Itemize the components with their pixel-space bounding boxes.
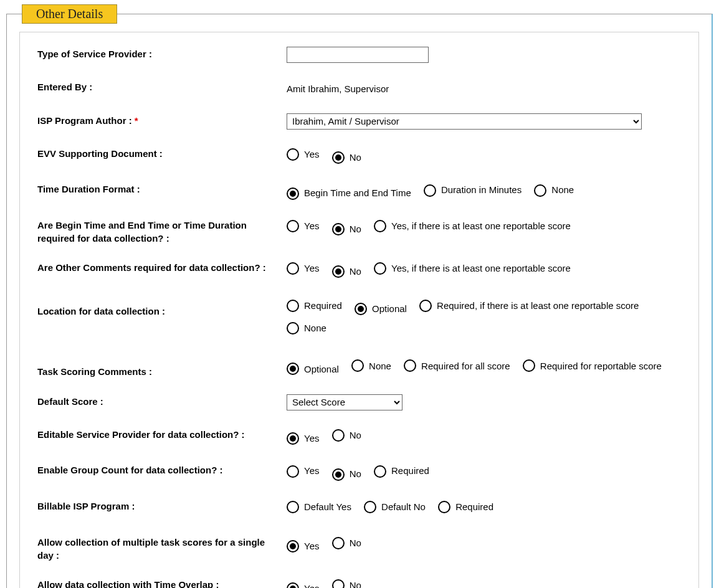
row-entered-by: Entered By : Amit Ibrahim, Supervisor [37, 79, 681, 98]
radio-label-tdf-none: None [551, 181, 574, 199]
label-task-scoring-comments: Task Scoring Comments : [37, 356, 287, 378]
radio-egc-no[interactable] [332, 468, 345, 481]
radio-label-tsc-required-all: Required for all score [421, 356, 510, 376]
radio-time-req-no[interactable] [332, 223, 345, 235]
value-entered-by: Amit Ibrahim, Supervisor [287, 79, 681, 98]
radio-tdf-minutes[interactable] [424, 184, 436, 197]
radio-label-egc-no: No [350, 465, 361, 483]
radio-amts-no[interactable] [332, 537, 345, 549]
row-isp-program-author: ISP Program Author : * Ibrahim, Amit / S… [37, 113, 681, 131]
row-editable-service-provider: Editable Service Provider for data colle… [37, 427, 681, 448]
label-location-data-collection: Location for data collection : [37, 296, 287, 318]
row-location-data-collection: Location for data collection : Required … [37, 296, 681, 341]
row-enable-group-count: Enable Group Count for data collection? … [37, 462, 681, 483]
radio-label-ocr-cond: Yes, if there is at least one reportable… [391, 260, 571, 278]
row-type-of-service-provider: Type of Service Provider : [37, 46, 681, 64]
input-type-of-service-provider[interactable] [287, 47, 429, 63]
radio-label-tdf-begin-end: Begin Time and End Time [304, 184, 411, 202]
label-enable-group-count: Enable Group Count for data collection? … [37, 462, 287, 477]
label-allow-multiple-task-scores: Allow collection of multiple task scores… [37, 534, 287, 562]
radio-loc-none[interactable] [287, 322, 299, 334]
select-isp-program-author[interactable]: Ibrahim, Amit / Supervisor [287, 113, 642, 130]
radio-loc-cond[interactable] [419, 300, 432, 312]
radio-label-esp-yes: Yes [304, 430, 319, 448]
radio-label-egc-required: Required [391, 462, 429, 480]
radio-esp-yes[interactable] [287, 432, 299, 445]
radio-egc-yes[interactable] [287, 465, 299, 478]
radio-label-tsc-required-reportable: Required for reportable score [540, 356, 662, 376]
radio-label-ocr-no: No [350, 263, 361, 281]
radio-amts-yes[interactable] [287, 540, 299, 552]
row-allow-time-overlap: Allow data collection with Time Overlap … [37, 577, 681, 588]
radio-label-evv-yes: Yes [304, 146, 319, 164]
radio-loc-optional[interactable] [355, 303, 367, 315]
radio-time-req-cond[interactable] [374, 220, 386, 232]
radio-label-ato-no: No [350, 577, 361, 588]
radio-label-esp-no: No [350, 427, 361, 445]
label-text-isp-program-author: ISP Program Author : [37, 115, 132, 126]
radio-tsc-required-reportable[interactable] [523, 359, 535, 372]
select-default-score[interactable]: Select Score [287, 394, 402, 410]
radio-tdf-none[interactable] [534, 184, 546, 197]
radio-ocr-no[interactable] [332, 265, 345, 278]
form-panel: Type of Service Provider : Entered By : … [19, 32, 699, 588]
radio-esp-no[interactable] [332, 429, 345, 442]
label-other-comments-required: Are Other Comments required for data col… [37, 260, 287, 274]
label-allow-time-overlap: Allow data collection with Time Overlap … [37, 577, 287, 588]
radio-label-time-req-cond: Yes, if there is at least one reportable… [391, 217, 571, 235]
radio-tsc-required-all[interactable] [404, 359, 416, 372]
label-time-required: Are Begin Time and End Time or Time Dura… [37, 217, 287, 245]
label-time-duration-format: Time Duration Format : [37, 181, 287, 196]
row-other-comments-required: Are Other Comments required for data col… [37, 260, 681, 281]
radio-evv-yes[interactable] [287, 148, 299, 161]
row-time-required: Are Begin Time and End Time or Time Dura… [37, 217, 681, 245]
radio-label-tsc-none: None [369, 356, 391, 376]
radio-ato-no[interactable] [332, 579, 345, 588]
radio-label-loc-none: None [304, 318, 326, 338]
row-default-score: Default Score : Select Score [37, 394, 681, 412]
row-billable-isp-program: Billable ISP Program : Default Yes Defau… [37, 498, 681, 519]
radio-tsc-optional[interactable] [287, 363, 299, 375]
radio-ocr-yes[interactable] [287, 262, 299, 275]
radio-bip-required[interactable] [438, 501, 450, 513]
radio-label-time-req-yes: Yes [304, 217, 319, 235]
radio-time-req-yes[interactable] [287, 220, 299, 232]
row-allow-multiple-task-scores: Allow collection of multiple task scores… [37, 534, 681, 562]
radio-ato-yes[interactable] [287, 582, 299, 588]
label-billable-isp-program: Billable ISP Program : [37, 498, 287, 513]
row-evv-supporting-document: EVV Supporting Document : Yes No [37, 146, 681, 167]
radio-label-ato-yes: Yes [304, 580, 319, 588]
other-details-fieldset: Other Details Type of Service Provider :… [6, 14, 713, 588]
required-mark-icon: * [135, 115, 138, 126]
label-evv-supporting-document: EVV Supporting Document : [37, 146, 287, 160]
radio-label-tdf-minutes: Duration in Minutes [441, 181, 521, 199]
radio-label-loc-optional: Optional [372, 299, 407, 319]
radio-label-egc-yes: Yes [304, 462, 319, 480]
label-type-of-service-provider: Type of Service Provider : [37, 46, 287, 60]
radio-label-amts-yes: Yes [304, 538, 319, 556]
radio-bip-default-no[interactable] [364, 501, 376, 513]
radio-label-bip-default-no: Default No [381, 498, 426, 516]
radio-label-evv-no: No [350, 149, 361, 167]
radio-label-bip-required: Required [455, 498, 493, 516]
radio-label-loc-required: Required [304, 296, 342, 316]
radio-ocr-cond[interactable] [374, 262, 386, 275]
radio-tdf-begin-end[interactable] [287, 187, 299, 200]
radio-label-amts-no: No [350, 534, 361, 552]
radio-loc-required[interactable] [287, 300, 299, 312]
radio-egc-required[interactable] [374, 465, 386, 478]
row-time-duration-format: Time Duration Format : Begin Time and En… [37, 181, 681, 202]
radio-label-loc-cond: Required, if there is at least one repor… [437, 296, 639, 316]
radio-label-time-req-no: No [350, 220, 361, 239]
legend-title: Other Details [22, 4, 117, 24]
radio-evv-no[interactable] [332, 151, 345, 164]
radio-label-tsc-optional: Optional [304, 359, 339, 379]
radio-bip-default-yes[interactable] [287, 501, 299, 513]
label-default-score: Default Score : [37, 394, 287, 408]
label-editable-service-provider: Editable Service Provider for data colle… [37, 427, 287, 441]
radio-label-ocr-yes: Yes [304, 260, 319, 278]
label-entered-by: Entered By : [37, 79, 287, 93]
label-isp-program-author: ISP Program Author : * [37, 113, 287, 127]
radio-tsc-none[interactable] [351, 359, 364, 372]
radio-label-bip-default-yes: Default Yes [304, 498, 351, 516]
